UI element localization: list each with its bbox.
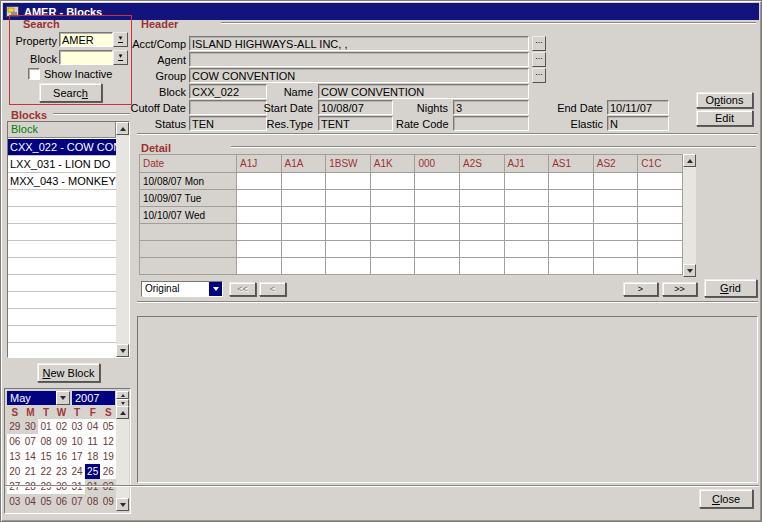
calendar-day[interactable]: 01 [38,419,54,434]
group-field[interactable]: COW CONVENTION [189,68,529,83]
calendar-day[interactable]: 02 [54,419,70,434]
block-list-item[interactable] [8,326,116,343]
calendar-day[interactable]: 04 [85,419,101,434]
detail-cell[interactable] [415,173,460,190]
acct-comp-field[interactable]: ISLAND HIGHWAYS-ALL INC, , [189,36,529,51]
detail-cell[interactable] [459,224,504,241]
block-list-item[interactable] [8,190,116,207]
scroll-up-button[interactable] [116,122,129,135]
scrollbar-track[interactable] [116,135,129,344]
options-button[interactable]: Options [696,92,753,108]
detail-cell[interactable] [415,207,460,224]
detail-cell[interactable] [459,190,504,207]
detail-cell[interactable] [237,258,282,275]
view-select-dropdown-button[interactable] [209,282,222,296]
block-list-item[interactable]: MXX_043 - MONKEY SEE [8,173,116,190]
calendar-day[interactable]: 29 [7,419,23,434]
detail-cell[interactable] [237,224,282,241]
last-page-button[interactable]: >> [662,282,697,296]
calendar-day[interactable]: 05 [38,494,54,509]
calendar-day[interactable]: 14 [23,449,39,464]
scrollbar-track[interactable] [683,167,696,264]
calendar-day[interactable]: 19 [100,449,116,464]
detail-cell[interactable] [370,224,415,241]
show-inactive-checkbox[interactable] [28,68,40,80]
scroll-down-button[interactable] [683,264,696,277]
calendar-month-dropdown-button[interactable] [56,391,70,405]
calendar-day[interactable]: 21 [23,464,39,479]
group-lookup-button[interactable]: ... [532,68,546,83]
prev-page-button[interactable]: < [259,282,286,296]
detail-cell[interactable] [593,224,638,241]
block-list-item[interactable] [8,224,116,241]
status-field[interactable]: TEN [189,116,267,131]
search-button[interactable]: Search [39,83,102,102]
detail-cell[interactable] [415,190,460,207]
spin-up-button[interactable] [116,391,129,399]
calendar-day[interactable]: 24 [69,464,85,479]
blocks-scrollbar[interactable] [116,122,129,357]
calendar-day[interactable]: 22 [38,464,54,479]
detail-cell[interactable] [370,173,415,190]
calendar-day[interactable]: 12 [100,434,116,449]
property-field[interactable]: AMER [59,32,113,47]
detail-cell[interactable] [504,224,549,241]
scroll-down-button[interactable] [116,498,129,511]
detail-cell[interactable] [459,241,504,258]
detail-cell[interactable] [549,258,594,275]
first-page-button[interactable]: << [229,282,256,296]
detail-cell[interactable] [281,173,326,190]
block-list-item[interactable] [8,207,116,224]
detail-cell[interactable] [237,207,282,224]
calendar-day[interactable]: 26 [100,464,116,479]
grid-button[interactable]: Grid [704,279,757,297]
close-button[interactable]: Close [699,489,753,508]
next-page-button[interactable]: > [623,282,658,296]
scroll-down-button[interactable] [116,344,129,357]
scroll-up-button[interactable] [116,406,129,419]
detail-cell[interactable] [459,207,504,224]
detail-cell[interactable] [370,258,415,275]
detail-cell[interactable] [593,241,638,258]
detail-cell[interactable] [459,173,504,190]
detail-scrollbar[interactable] [683,154,696,277]
calendar-day[interactable]: 03 [7,494,23,509]
detail-cell[interactable] [504,207,549,224]
calendar-day[interactable]: 07 [23,434,39,449]
detail-cell[interactable] [370,190,415,207]
detail-cell[interactable] [281,258,326,275]
block-list-item[interactable] [8,309,116,326]
calendar-year-spinner[interactable] [116,391,129,407]
detail-cell[interactable] [281,207,326,224]
elastic-field[interactable]: N [607,116,669,131]
detail-cell[interactable] [593,258,638,275]
name-field[interactable]: COW CONVENTION [318,84,529,99]
detail-cell[interactable] [326,207,371,224]
detail-cell[interactable] [237,173,282,190]
detail-cell[interactable] [638,173,683,190]
calendar-day[interactable]: 03 [69,419,85,434]
acct-comp-lookup-button[interactable]: ... [532,36,546,51]
end-date-field[interactable]: 10/11/07 [607,100,669,115]
new-block-button[interactable]: New Block [37,363,100,382]
start-date-field[interactable]: 10/08/07 [318,100,393,115]
detail-cell[interactable] [326,173,371,190]
block-list-item[interactable] [8,343,116,357]
calendar-day[interactable]: 08 [38,434,54,449]
block-list-item[interactable] [8,275,116,292]
nights-field[interactable]: 3 [453,100,529,115]
edit-button[interactable]: Edit [696,110,753,126]
calendar-day[interactable]: 20 [7,464,23,479]
detail-cell[interactable] [504,241,549,258]
detail-cell[interactable] [326,258,371,275]
calendar-day[interactable]: 04 [23,494,39,509]
block-list-item[interactable] [8,292,116,309]
detail-cell[interactable] [370,241,415,258]
calendar-day[interactable]: 23 [54,464,70,479]
detail-cell[interactable] [281,224,326,241]
block-list-item[interactable] [8,258,116,275]
detail-cell[interactable] [504,258,549,275]
block-lov-button[interactable]: ▼ [113,50,128,65]
rate-code-field[interactable] [453,116,529,131]
calendar-day[interactable]: 15 [38,449,54,464]
